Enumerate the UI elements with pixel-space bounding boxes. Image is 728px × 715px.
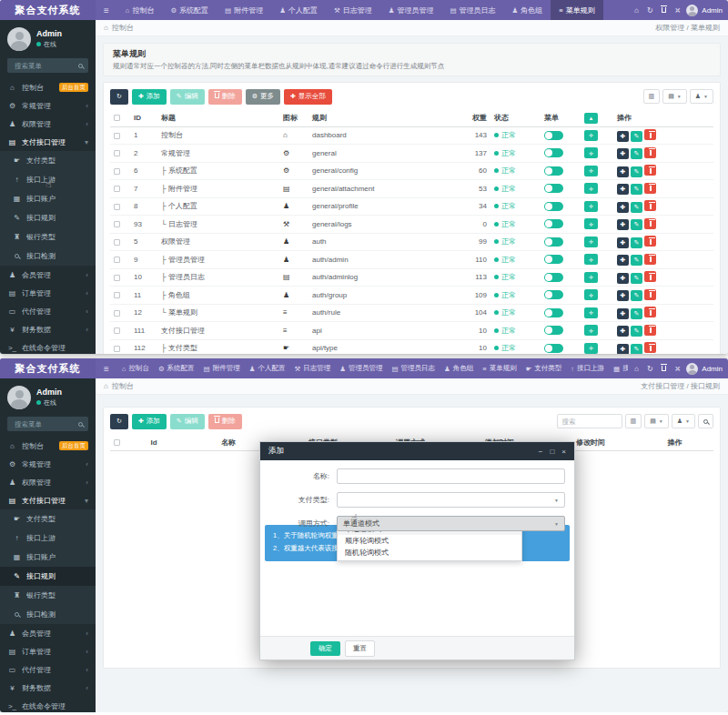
sidebar-item-在线命令管理[interactable]: >_在线命令管理: [0, 697, 96, 712]
fullscreen-icon[interactable]: ✛: [674, 365, 681, 373]
topnav-tab[interactable]: ♟个人配置: [271, 0, 326, 20]
column-header-规则[interactable]: 规则: [308, 110, 443, 127]
delete-row-button[interactable]: [644, 271, 656, 282]
topnav-tab[interactable]: ▤附件管理: [199, 358, 245, 378]
drag-sort-button[interactable]: ✛: [584, 166, 598, 176]
sidebar-item-财务数据[interactable]: ¥财务数据‹: [0, 320, 96, 338]
row-checkbox[interactable]: [114, 221, 120, 227]
refresh-button[interactable]: ↻: [110, 89, 128, 105]
column-header-操作[interactable]: 操作: [636, 435, 713, 451]
delete-row-button[interactable]: [644, 307, 656, 317]
topnav-tab[interactable]: ⚙系统配置: [162, 0, 217, 20]
edit-row-button[interactable]: ✎: [631, 184, 642, 195]
topnav-tab[interactable]: ▤附件管理: [217, 0, 271, 20]
row-checkbox[interactable]: [114, 133, 120, 139]
add-child-button[interactable]: ✚: [617, 148, 629, 159]
delete-button[interactable]: 删除: [208, 89, 242, 105]
sidebar-item-支付接口管理[interactable]: ▤支付接口管理▾: [0, 133, 96, 151]
delete-row-button[interactable]: [644, 254, 656, 265]
admin-menu[interactable]: Admin: [686, 358, 728, 378]
add-child-button[interactable]: ✚: [617, 131, 629, 142]
drag-sort-button[interactable]: ✛: [584, 289, 598, 300]
close-icon[interactable]: ×: [561, 448, 566, 456]
sidebar-item-会员管理[interactable]: ♟会员管理‹: [0, 624, 96, 642]
drag-sort-button[interactable]: ✛: [584, 343, 598, 354]
sidebar-item-代付管理[interactable]: ▭代付管理‹: [0, 660, 96, 679]
row-checkbox[interactable]: [114, 346, 120, 352]
column-header-ID[interactable]: ID: [130, 110, 157, 127]
add-button[interactable]: ✚添加: [132, 89, 167, 105]
visible-columns-button[interactable]: ♟ ▼: [672, 414, 695, 428]
dialog-titlebar[interactable]: 添加 − □ ×: [260, 442, 574, 460]
delete-button[interactable]: 删除: [208, 414, 242, 429]
menu-toggle[interactable]: [544, 273, 563, 282]
menu-toggle[interactable]: [544, 166, 563, 176]
sidebar-item-支付接口管理[interactable]: ▤支付接口管理▾: [0, 491, 96, 509]
fullscreen-icon[interactable]: ✛: [674, 6, 681, 15]
sidebar-item-代付管理[interactable]: ▭代付管理‹: [0, 302, 96, 320]
select-all-checkbox[interactable]: [110, 435, 130, 451]
add-child-button[interactable]: ✚: [617, 255, 629, 266]
hamburger-icon[interactable]: ≡: [96, 0, 117, 20]
refresh-icon[interactable]: ↻: [647, 365, 653, 373]
add-child-button[interactable]: ✚: [617, 290, 629, 301]
add-child-button[interactable]: ✚: [617, 344, 629, 355]
drag-sort-button[interactable]: ✛: [584, 130, 598, 141]
columns-button[interactable]: ▥: [643, 89, 661, 104]
edit-row-button[interactable]: ✎: [631, 131, 642, 142]
topnav-tab[interactable]: ♟角色组: [504, 0, 551, 20]
add-button[interactable]: ✚添加: [132, 414, 167, 429]
menu-toggle[interactable]: [544, 219, 563, 228]
sidebar-item-订单管理[interactable]: ▤订单管理‹: [0, 642, 96, 660]
sidebar-item-常规管理[interactable]: ⚙常规管理‹: [0, 455, 96, 473]
name-input[interactable]: [337, 468, 565, 484]
row-checkbox[interactable]: [114, 239, 120, 246]
edit-row-button[interactable]: ✎: [631, 308, 642, 319]
add-child-button[interactable]: ✚: [617, 273, 629, 284]
table-search-input[interactable]: [557, 414, 622, 428]
trash-icon[interactable]: [662, 6, 666, 15]
sidebar-item-接口检测[interactable]: 接口检测: [0, 605, 96, 624]
sidebar-search-input[interactable]: [13, 61, 75, 71]
sidebar-item-接口账户[interactable]: ▦接口账户: [0, 548, 96, 567]
sidebar-item-权限管理[interactable]: ♟权限管理‹: [0, 115, 96, 133]
sidebar-item-接口上游[interactable]: ↑接口上游: [0, 529, 96, 548]
topnav-tab[interactable]: ↑接口上游: [566, 358, 609, 378]
add-child-button[interactable]: ✚: [617, 308, 629, 319]
drag-sort-button[interactable]: ✛: [584, 147, 598, 158]
drag-sort-button[interactable]: ✛: [584, 307, 598, 318]
edit-row-button[interactable]: ✎: [631, 166, 642, 177]
sidebar-item-接口检测[interactable]: 接口检测: [0, 247, 96, 266]
topnav-tab[interactable]: ♟管理员管理: [380, 0, 442, 20]
topnav-tab[interactable]: ≡菜单规则: [478, 358, 521, 378]
edit-button[interactable]: ✎编辑: [170, 414, 205, 429]
home-icon[interactable]: ⌂: [634, 365, 639, 373]
sidebar-item-银行类型[interactable]: ♜银行类型: [0, 586, 96, 605]
sidebar-item-在线命令管理[interactable]: >_在线命令管理: [0, 338, 96, 354]
visible-columns-button[interactable]: ♟ ▼: [690, 89, 713, 104]
column-header-菜单[interactable]: 菜单: [541, 110, 581, 127]
dropdown-option[interactable]: 随机轮询模式: [338, 547, 521, 559]
topnav-tab[interactable]: ♟管理员管理: [335, 358, 387, 378]
topnav-tab[interactable]: ☛支付类型: [521, 358, 567, 378]
refresh-icon[interactable]: ↻: [647, 6, 653, 15]
row-checkbox[interactable]: [114, 204, 120, 210]
sidebar-item-常规管理[interactable]: ⚙常规管理‹: [0, 96, 96, 115]
drag-sort-button[interactable]: ✛: [584, 201, 598, 212]
topnav-tab[interactable]: ⌂控制台: [117, 0, 163, 20]
column-header-图标[interactable]: 图标: [279, 110, 308, 127]
minimize-icon[interactable]: −: [539, 448, 543, 456]
export-button[interactable]: ▤ ▼: [644, 414, 669, 428]
delete-row-button[interactable]: [644, 200, 656, 211]
sidebar-item-会员管理[interactable]: ♟会员管理‹: [0, 266, 96, 284]
column-header-sort[interactable]: ▲: [581, 110, 613, 127]
export-button[interactable]: ▤ ▼: [662, 89, 687, 104]
edit-row-button[interactable]: ✎: [631, 344, 642, 355]
row-checkbox[interactable]: [114, 310, 120, 317]
delete-row-button[interactable]: [644, 147, 656, 158]
delete-row-button[interactable]: [644, 236, 656, 247]
sidebar-search[interactable]: [7, 417, 88, 431]
call-mode-select[interactable]: 单通道模式▼: [337, 516, 565, 531]
delete-row-button[interactable]: [644, 129, 656, 140]
menu-toggle[interactable]: [544, 255, 563, 264]
